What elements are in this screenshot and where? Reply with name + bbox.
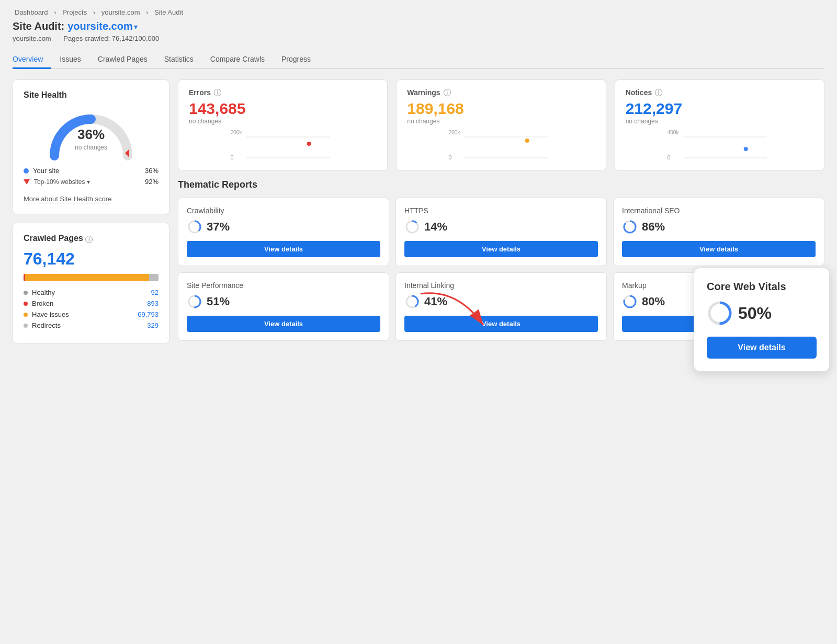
crawled-pages-info-icon[interactable]: i xyxy=(85,236,93,243)
site-health-title: Site Health xyxy=(24,90,159,100)
page-header: Site Audit: yoursite.com ▾ xyxy=(13,20,824,32)
legend-top10: Top-10% websites ▾ 92% xyxy=(24,178,159,186)
thematic-int-seo-percent-row: 86% xyxy=(622,219,816,235)
https-view-details-btn[interactable]: View details xyxy=(404,241,598,257)
content-area: Site Health 36% no changes xyxy=(13,79,824,343)
left-column: Site Health 36% no changes xyxy=(13,79,169,343)
tab-statistics[interactable]: Statistics xyxy=(156,51,202,69)
https-circle-icon xyxy=(404,219,420,235)
thematic-crawlability-title: Crawlability xyxy=(187,206,380,215)
breadcrumb-projects[interactable]: Projects xyxy=(62,8,87,16)
stat-val-broken: 893 xyxy=(147,300,159,307)
thematic-perf-title: Site Performance xyxy=(187,281,380,290)
thematic-title: Thematic Reports xyxy=(178,179,824,190)
svg-text:0: 0 xyxy=(667,155,670,160)
svg-point-15 xyxy=(743,147,748,151)
tab-crawled-pages[interactable]: Crawled Pages xyxy=(89,51,156,69)
legend-label-your-site: Your site xyxy=(33,167,59,175)
thematic-linking-percent-row: 41% xyxy=(404,294,598,309)
stat-label-broken: Broken xyxy=(32,300,53,307)
chevron-top10: ▾ xyxy=(87,178,90,186)
metric-errors-change: no changes xyxy=(189,118,377,125)
svg-text:0: 0 xyxy=(449,155,452,160)
thematic-https-title: HTTPS xyxy=(404,206,598,215)
gauge-sub: no changes xyxy=(75,144,107,151)
linking-view-details-btn[interactable]: View details xyxy=(404,316,598,332)
svg-point-10 xyxy=(525,139,529,143)
metric-notices-change: no changes xyxy=(626,118,813,125)
dot-redirects xyxy=(24,324,28,328)
stat-broken: Broken 893 xyxy=(24,300,159,307)
tab-progress[interactable]: Progress xyxy=(273,51,319,69)
notices-sparkline: 400k 0 xyxy=(626,129,813,160)
warnings-sparkline: 200k 0 xyxy=(407,129,595,160)
thematic-perf-value: 51% xyxy=(207,295,230,308)
thematic-https: HTTPS 14% View details xyxy=(395,198,607,266)
int-seo-view-details-btn[interactable]: View details xyxy=(622,241,816,257)
tab-overview[interactable]: Overview xyxy=(13,51,51,69)
legend-your-site: Your site 36% xyxy=(24,167,159,175)
breadcrumb-sep2: › xyxy=(93,8,95,16)
tab-compare-crawls[interactable]: Compare Crawls xyxy=(202,51,273,69)
thematic-linking-title: Internal Linking xyxy=(404,281,598,290)
crawlability-view-details-btn[interactable]: View details xyxy=(187,241,380,257)
dot-healthy xyxy=(24,291,28,295)
thematic-linking-value: 41% xyxy=(424,295,447,308)
nav-tabs: Overview Issues Crawled Pages Statistics… xyxy=(13,51,824,69)
breadcrumb-sep3: › xyxy=(146,8,148,16)
metric-notices-label: Notices i xyxy=(626,88,813,97)
metric-warnings-card: Warnings i 189,168 no changes 200k 0 xyxy=(396,79,606,171)
thematic-crawlability-percent-row: 37% xyxy=(187,219,380,235)
sub-site: yoursite.com xyxy=(13,34,51,42)
thematic-https-percent-row: 14% xyxy=(404,219,598,235)
dot-issues xyxy=(24,313,28,317)
progress-issues xyxy=(25,274,149,281)
crawled-progress-bar xyxy=(24,274,159,281)
top10-link[interactable]: Top-10% websites ▾ xyxy=(34,178,90,186)
thematic-crawlability-value: 37% xyxy=(207,220,230,234)
svg-text:0: 0 xyxy=(231,155,234,160)
breadcrumb-dashboard[interactable]: Dashboard xyxy=(15,8,48,16)
stat-have-issues: Have issues 69,793 xyxy=(24,310,159,318)
thematic-crawlability: Crawlability 37% View details xyxy=(178,198,389,266)
dot-your-site xyxy=(24,168,29,174)
more-site-health-link[interactable]: More about Site Health score xyxy=(24,195,111,203)
gauge-percent: 36% xyxy=(75,126,107,143)
stat-label-redirects: Redirects xyxy=(32,321,61,329)
warnings-info-icon[interactable]: i xyxy=(444,89,451,96)
metric-errors-label: Errors i xyxy=(189,88,377,97)
cwv-percent: 50% xyxy=(738,304,772,323)
perf-circle-icon xyxy=(187,294,202,309)
site-name-link[interactable]: yoursite.com xyxy=(67,20,132,32)
crawlability-circle-icon xyxy=(187,219,202,235)
svg-text:200k: 200k xyxy=(449,130,461,135)
notices-info-icon[interactable]: i xyxy=(655,89,662,96)
legend-value-top10: 92% xyxy=(145,178,159,186)
crawled-pages-title: Crawled Pages i xyxy=(24,234,159,243)
stat-label-issues: Have issues xyxy=(32,310,69,318)
breadcrumb: Dashboard › Projects › yoursite.com › Si… xyxy=(13,8,824,16)
cwv-circle-icon xyxy=(707,300,733,326)
crawled-number: 76,142 xyxy=(24,249,159,269)
metric-errors-value: 143,685 xyxy=(189,100,377,118)
dot-broken xyxy=(24,302,28,306)
stat-redirects: Redirects 329 xyxy=(24,321,159,329)
perf-view-details-btn[interactable]: View details xyxy=(187,316,380,332)
errors-info-icon[interactable]: i xyxy=(214,89,221,96)
metric-warnings-change: no changes xyxy=(407,118,595,125)
metric-notices-value: 212,297 xyxy=(626,100,813,118)
thematic-site-performance: Site Performance 51% View details xyxy=(178,272,389,341)
breadcrumb-current: Site Audit xyxy=(154,8,183,16)
gauge-text: 36% no changes xyxy=(75,126,107,151)
metric-warnings-value: 189,168 xyxy=(407,100,595,118)
cwv-popup: Core Web Vitals 50% View details xyxy=(694,268,830,372)
svg-text:200k: 200k xyxy=(231,130,243,135)
svg-point-5 xyxy=(307,142,311,146)
site-dropdown-icon[interactable]: ▾ xyxy=(134,22,138,31)
progress-redirect xyxy=(149,274,159,281)
breadcrumb-sep1: › xyxy=(54,8,56,16)
cwv-view-details-btn[interactable]: View details xyxy=(707,337,817,359)
stat-label-healthy: Healthy xyxy=(32,289,55,296)
breadcrumb-site[interactable]: yoursite.com xyxy=(101,8,140,16)
tab-issues[interactable]: Issues xyxy=(51,51,89,69)
